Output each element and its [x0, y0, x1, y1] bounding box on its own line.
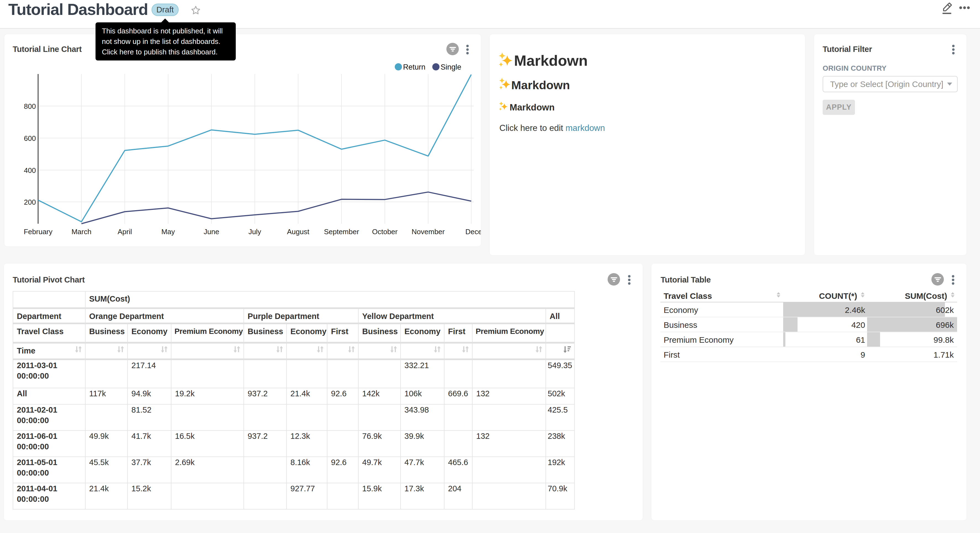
svg-text:November: November: [412, 228, 445, 236]
svg-text:August: August: [287, 228, 310, 236]
svg-text:March: March: [72, 228, 91, 236]
svg-text:February: February: [24, 228, 52, 236]
svg-text:Return: Return: [403, 63, 425, 71]
svg-text:July: July: [248, 228, 261, 236]
svg-text:June: June: [204, 228, 219, 236]
svg-text:Dece: Dece: [465, 228, 481, 236]
svg-text:600: 600: [24, 134, 36, 142]
svg-text:September: September: [324, 228, 359, 236]
svg-text:200: 200: [24, 198, 36, 206]
svg-text:October: October: [372, 228, 398, 236]
svg-text:400: 400: [24, 166, 36, 174]
svg-text:Single: Single: [441, 63, 461, 71]
svg-text:April: April: [118, 228, 132, 236]
svg-text:800: 800: [24, 102, 36, 110]
svg-text:May: May: [161, 228, 175, 236]
